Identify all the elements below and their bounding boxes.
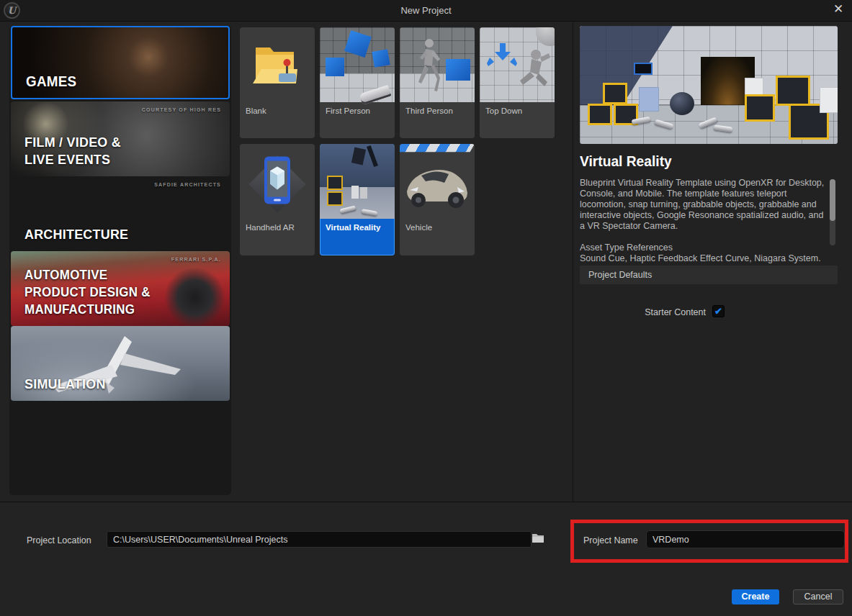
category-label: FILM / VIDEO & LIVE EVENTS (24, 134, 121, 168)
template-description: Blueprint Virtual Reality Template using… (580, 178, 825, 232)
template-top-down[interactable]: Top Down (480, 27, 555, 138)
panel-divider (573, 22, 573, 502)
virtual-reality-thumbnail (320, 144, 395, 219)
template-label: Blank (240, 102, 315, 138)
title-bar: U New Project ✕ (0, 0, 852, 22)
project-defaults-header[interactable]: Project Defaults (580, 266, 838, 284)
template-label: Handheld AR (240, 219, 315, 255)
handheld-ar-thumbnail (240, 144, 315, 219)
create-button[interactable]: Create (732, 589, 779, 604)
template-label: Virtual Reality (320, 219, 395, 255)
category-caption: FERRARI S.P.A. (171, 257, 221, 262)
category-games[interactable]: GAMES (11, 26, 230, 99)
category-label: AUTOMOTIVE PRODUCT DESIGN & MANUFACTURIN… (24, 266, 151, 318)
category-film-video-live-events[interactable]: COURTESY OF HIGH RES FILM / VIDEO & LIVE… (11, 101, 230, 176)
track-curb (400, 144, 475, 152)
first-person-thumbnail (320, 27, 395, 102)
phone-ar-icon (261, 155, 293, 206)
browse-folder-icon[interactable] (532, 533, 544, 544)
project-name-label: Project Name (583, 535, 638, 545)
template-virtual-reality[interactable]: Virtual Reality (320, 144, 395, 255)
template-first-person[interactable]: First Person (320, 27, 395, 138)
new-project-dialog: U New Project ✕ GAMES COURTESY OF HIGH R… (0, 0, 852, 616)
car-illustration (403, 163, 472, 213)
down-arrows-icon (485, 42, 519, 71)
starter-content-checkbox[interactable]: ✔ (712, 305, 725, 317)
template-label: Vehicle (400, 219, 475, 255)
vehicle-thumbnail (400, 144, 475, 219)
template-third-person[interactable]: Third Person (400, 27, 475, 138)
window-title: New Project (0, 0, 852, 22)
project-name-input[interactable] (646, 530, 845, 548)
folder-joystick-icon (251, 42, 303, 89)
category-label: ARCHITECTURE (24, 226, 128, 243)
third-person-thumbnail (400, 27, 475, 102)
scrollbar-thumb[interactable] (830, 179, 835, 221)
template-vehicle[interactable]: Vehicle (400, 144, 475, 255)
blank-thumbnail (240, 27, 315, 102)
template-handheld-ar[interactable]: Handheld AR (240, 144, 315, 255)
starter-content-label: Starter Content (580, 307, 706, 317)
category-caption: SAFDIE ARCHITECTS (154, 182, 221, 187)
project-location-label: Project Location (27, 535, 91, 545)
spectator-screen (634, 63, 653, 75)
template-label: Top Down (480, 102, 555, 138)
category-label: GAMES (26, 73, 76, 90)
category-label: SIMULATION (24, 376, 106, 393)
category-automotive[interactable]: FERRARI S.P.A. AUTOMOTIVE PRODUCT DESIGN… (11, 251, 230, 326)
close-icon[interactable]: ✕ (830, 1, 846, 18)
project-location-input[interactable] (107, 531, 532, 548)
template-title: Virtual Reality (580, 153, 672, 170)
footer-bar: Project Location Project Name Create Can… (0, 502, 852, 616)
asset-refs-list: Sound Cue, Haptic Feedback Effect Curve,… (580, 253, 821, 263)
mannequin-illustration (517, 47, 552, 91)
mannequin-illustration (414, 37, 441, 94)
category-caption: COURTESY OF HIGH RES (142, 107, 221, 112)
cancel-button[interactable]: Cancel (793, 589, 843, 604)
description-scrollbar[interactable] (830, 179, 835, 245)
top-down-thumbnail (480, 27, 555, 102)
template-preview-image (580, 26, 838, 144)
category-architecture[interactable]: SAFDIE ARCHITECTS ARCHITECTURE (11, 176, 230, 251)
template-label: Third Person (400, 102, 475, 138)
category-simulation[interactable]: SIMULATION (11, 326, 230, 401)
asset-refs-title: Asset Type References (580, 243, 673, 253)
category-sidebar: GAMES COURTESY OF HIGH RES FILM / VIDEO … (9, 26, 231, 495)
template-blank[interactable]: Blank (240, 27, 315, 138)
template-label: First Person (320, 102, 395, 138)
